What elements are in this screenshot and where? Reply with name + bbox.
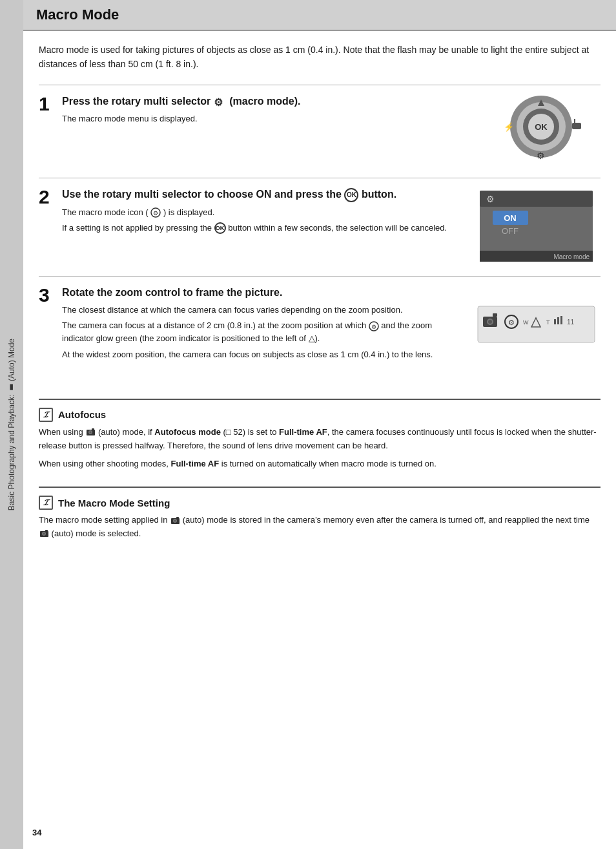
macro-inline-icon2: ⚙	[369, 321, 379, 331]
svg-text:OK: OK	[535, 122, 548, 132]
svg-point-26	[488, 320, 492, 324]
step-3-image: ⚙ W T 11	[471, 286, 601, 364]
camera-icon-inline3	[39, 529, 49, 539]
macro-setting-title: The Macro Mode Setting	[58, 498, 170, 508]
macro-menu-svg: ⚙ ON OFF Macro mode	[477, 187, 596, 265]
notes-section: 𝓘 Autofocus When using (auto) mode, if A…	[39, 399, 601, 541]
svg-rect-34	[557, 317, 559, 324]
step-2-content: Use the rotary multi selector to choose …	[62, 187, 465, 267]
svg-rect-35	[560, 316, 562, 324]
zoom-bar-svg: ⚙ W T 11	[477, 305, 596, 344]
macro-setting-note: 𝓘 The Macro Mode Setting The macro mode …	[39, 487, 601, 541]
note-icon-1: 𝓘	[39, 408, 53, 422]
autofocus-text-2: When using other shooting modes, Full-ti…	[39, 457, 601, 471]
svg-text:11: 11	[567, 319, 575, 326]
step-3-title: Rotate the zoom control to frame the pic…	[62, 286, 458, 300]
svg-text:T: T	[546, 319, 550, 326]
svg-rect-44	[176, 517, 179, 519]
macro-setting-title-row: 𝓘 The Macro Mode Setting	[39, 496, 601, 510]
svg-text:OFF: OFF	[502, 226, 518, 236]
note-icon-2: 𝓘	[39, 496, 53, 510]
autofocus-title-row: 𝓘 Autofocus	[39, 408, 601, 422]
svg-rect-9	[572, 123, 581, 129]
step-1-title: Press the rotary multi selector ⚙ (macro…	[62, 94, 458, 109]
svg-text:⚙: ⚙	[508, 319, 515, 326]
camera-icon-inline2	[170, 516, 180, 526]
intro-text: Macro mode is used for taking pictures o…	[39, 43, 601, 72]
svg-point-47	[43, 533, 45, 535]
autofocus-title: Autofocus	[58, 409, 106, 420]
macro-icon: ⚙	[214, 96, 227, 108]
svg-text:Macro mode: Macro mode	[553, 253, 590, 260]
svg-text:⚙: ⚙	[214, 97, 223, 108]
svg-rect-48	[45, 530, 48, 532]
step-2-block: 2 Use the rotary multi selector to choos…	[39, 178, 601, 276]
step-3-desc3: At the widest zoom position, the camera …	[62, 348, 458, 361]
step-1-number: 1	[39, 93, 50, 114]
step-1-content: Press the rotary multi selector ⚙ (macro…	[62, 94, 465, 169]
step-3-desc1: The closest distance at which the camera…	[62, 304, 458, 317]
step-2-title: Use the rotary multi selector to choose …	[62, 187, 458, 202]
step-2-number: 2	[39, 186, 50, 207]
step-2-desc1: The macro mode icon ( ⚙ ) is displayed.	[62, 206, 458, 219]
page-number: 34	[32, 828, 41, 837]
svg-text:ON: ON	[504, 213, 517, 223]
svg-text:⚙: ⚙	[153, 210, 158, 216]
content-area: Macro mode is used for taking pictures o…	[23, 31, 616, 849]
step-3-content: Rotate the zoom control to frame the pic…	[62, 286, 465, 364]
macro-inline-icon: ⚙	[150, 207, 161, 218]
macro-setting-text: The macro mode setting applied in (auto)…	[39, 514, 601, 541]
step-1-block: 1 Press the rotary multi selector ⚙ (mac…	[39, 85, 601, 178]
svg-rect-33	[554, 319, 556, 324]
main-content: Macro Mode Macro mode is used for taking…	[23, 0, 616, 849]
camera-icon-inline	[85, 427, 96, 437]
svg-text:⚙: ⚙	[537, 151, 545, 161]
page-title: Macro Mode	[36, 6, 603, 23]
title-bar: Macro Mode	[23, 0, 616, 31]
svg-text:⚡: ⚡	[504, 121, 515, 132]
svg-rect-27	[493, 313, 497, 317]
step-1-inner: 1 Press the rotary multi selector ⚙ (mac…	[39, 94, 601, 169]
sidebar-label: Basic Photography and Playback: ▮ (Auto)…	[6, 339, 17, 510]
step-3-inner: 3 Rotate the zoom control to frame the p…	[39, 286, 601, 364]
svg-point-43	[174, 519, 176, 521]
svg-text:⚙: ⚙	[486, 194, 495, 204]
svg-text:W: W	[523, 319, 529, 326]
autofocus-text-1: When using (auto) mode, if Autofocus mod…	[39, 426, 601, 453]
step-2-desc2: If a setting is not applied by pressing …	[62, 222, 458, 235]
svg-rect-14	[480, 191, 593, 207]
ok-button-svg: OK ⚙ ⚡	[477, 94, 596, 169]
step-1-desc: The macro mode menu is displayed.	[62, 112, 458, 125]
step-1-image: OK ⚙ ⚡	[471, 94, 601, 169]
step-3-block: 3 Rotate the zoom control to frame the p…	[39, 276, 601, 373]
step-3-number: 3	[39, 284, 50, 306]
sidebar: Basic Photography and Playback: ▮ (Auto)…	[0, 0, 23, 849]
autofocus-note: 𝓘 Autofocus When using (auto) mode, if A…	[39, 399, 601, 471]
step-2-image: ⚙ ON OFF Macro mode	[471, 187, 601, 267]
svg-point-39	[90, 432, 92, 434]
svg-rect-40	[92, 428, 94, 430]
step-2-inner: 2 Use the rotary multi selector to choos…	[39, 187, 601, 267]
step-3-desc2: The camera can focus at a distance of 2 …	[62, 319, 458, 345]
svg-text:⚙: ⚙	[371, 324, 376, 330]
